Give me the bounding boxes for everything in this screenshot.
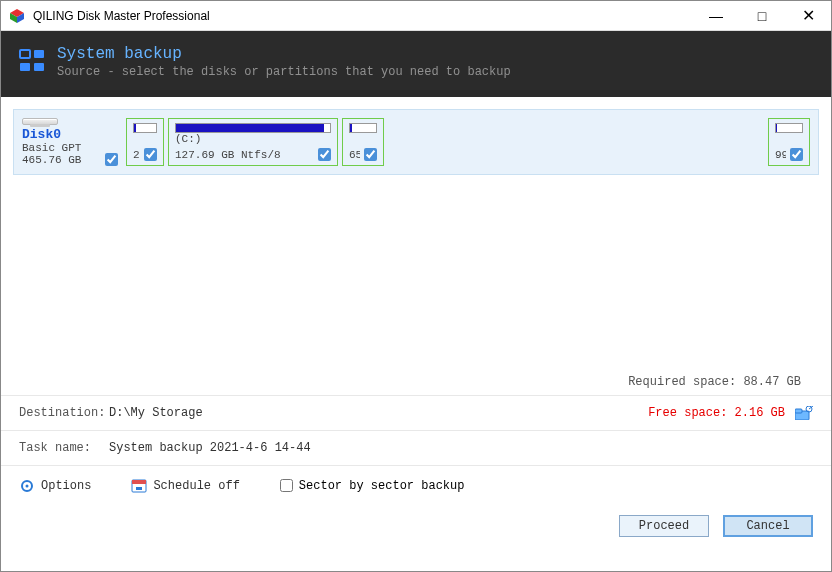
- partition-checkbox[interactable]: [364, 148, 377, 161]
- disk-drive-icon: [22, 118, 58, 125]
- titlebar: QILING Disk Master Professional — □ ✕: [1, 1, 831, 31]
- minimize-button[interactable]: —: [693, 1, 739, 31]
- disk-strip: Disk0 Basic GPT 465.76 GB 26.(C:)127.69 …: [13, 109, 819, 175]
- options-link[interactable]: Options: [19, 478, 91, 494]
- disk-name: Disk0: [22, 127, 118, 142]
- svg-rect-4: [34, 50, 44, 58]
- svg-rect-6: [34, 63, 44, 71]
- window-title: QILING Disk Master Professional: [33, 9, 693, 23]
- disk-info: Disk0 Basic GPT 465.76 GB: [22, 118, 122, 166]
- close-button[interactable]: ✕: [785, 1, 831, 31]
- options-label: Options: [41, 479, 91, 493]
- app-logo-icon: [9, 8, 25, 24]
- required-space: Required space: 88.47 GB: [1, 375, 831, 389]
- schedule-link[interactable]: Schedule off: [131, 478, 239, 494]
- partition-checkbox[interactable]: [144, 148, 157, 161]
- task-name-label: Task name:: [19, 441, 109, 455]
- svg-rect-5: [20, 63, 30, 71]
- options-bar: Options Schedule off Sector by sector ba…: [1, 465, 831, 505]
- free-space: Free space: 2.16 GB: [648, 406, 785, 420]
- partition-label: 99.: [775, 149, 786, 161]
- partition-label: 65.: [349, 149, 360, 161]
- system-backup-icon: [19, 47, 47, 75]
- cancel-button[interactable]: Cancel: [723, 515, 813, 537]
- svg-rect-13: [132, 480, 146, 484]
- sector-label: Sector by sector backup: [299, 479, 465, 493]
- schedule-label: Schedule off: [153, 479, 239, 493]
- partition-label: 127.69 GB Ntfs/8: [175, 149, 281, 161]
- partition-checkbox[interactable]: [318, 148, 331, 161]
- disk-checkbox[interactable]: [105, 153, 118, 166]
- calendar-icon: [131, 478, 147, 494]
- partition[interactable]: 26.: [126, 118, 164, 166]
- task-name-value[interactable]: System backup 2021-4-6 14-44: [109, 441, 813, 455]
- page-header: System backup Source - select the disks …: [1, 31, 831, 97]
- destination-value[interactable]: D:\My Storage: [109, 406, 648, 420]
- browse-destination-icon[interactable]: [795, 406, 813, 420]
- sector-checkbox[interactable]: [280, 479, 293, 492]
- page-subtitle: Source - select the disks or partitions …: [57, 65, 511, 79]
- partition[interactable]: 65.: [342, 118, 384, 166]
- disk-size: 465.76 GB: [22, 154, 118, 166]
- disk-type: Basic GPT: [22, 142, 118, 154]
- partition-checkbox[interactable]: [790, 148, 803, 161]
- svg-rect-8: [795, 409, 802, 413]
- partition-drive: (C:): [175, 133, 331, 145]
- svg-point-11: [26, 484, 29, 487]
- gear-icon: [19, 478, 35, 494]
- svg-rect-14: [136, 487, 142, 490]
- button-bar: Proceed Cancel: [1, 505, 831, 547]
- partition-label: 26.: [133, 149, 140, 161]
- page-title: System backup: [57, 45, 511, 63]
- partition[interactable]: (C:)127.69 GB Ntfs/8: [168, 118, 338, 166]
- task-name-row: Task name: System backup 2021-4-6 14-44: [1, 430, 831, 465]
- destination-label: Destination:: [19, 406, 109, 420]
- maximize-button[interactable]: □: [739, 1, 785, 31]
- svg-rect-3: [20, 50, 30, 58]
- partition[interactable]: 99.: [768, 118, 810, 166]
- destination-row: Destination: D:\My Storage Free space: 2…: [1, 395, 831, 430]
- sector-by-sector-option[interactable]: Sector by sector backup: [280, 479, 465, 493]
- proceed-button[interactable]: Proceed: [619, 515, 709, 537]
